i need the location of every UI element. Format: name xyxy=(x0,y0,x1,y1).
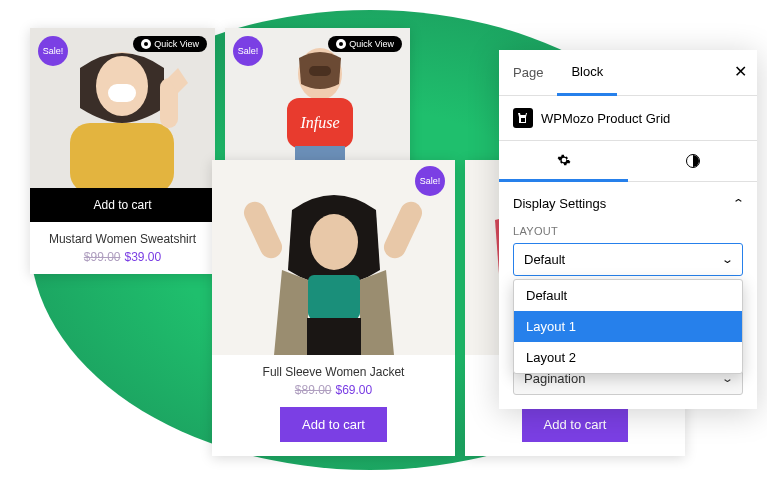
eye-icon xyxy=(336,39,346,49)
sale-badge: Sale! xyxy=(415,166,445,196)
block-settings-panel: Page Block ✕ WPMozo Product Grid Display… xyxy=(499,50,757,409)
product-card[interactable]: Sale! Full Sleeve Women Jacket $89.00$69… xyxy=(212,160,455,456)
dropdown-option-layout1[interactable]: Layout 1 xyxy=(514,311,742,342)
svg-rect-16 xyxy=(308,275,360,319)
panel-subtabs xyxy=(499,141,757,182)
layout-dropdown: Default Layout 1 Layout 2 xyxy=(513,279,743,374)
svg-rect-5 xyxy=(70,123,174,188)
product-image: Sale! Quick View xyxy=(30,28,215,188)
svg-rect-19 xyxy=(307,318,361,355)
chevron-down-icon xyxy=(723,253,732,266)
block-icon xyxy=(513,108,533,128)
dropdown-option-layout2[interactable]: Layout 2 xyxy=(514,342,742,373)
price-new: $39.00 xyxy=(125,250,162,264)
sale-badge: Sale! xyxy=(38,36,68,66)
chevron-up-icon xyxy=(734,197,743,210)
product-price: $99.00$39.00 xyxy=(30,250,215,274)
product-image: Sale! xyxy=(212,160,455,355)
add-to-cart-bar[interactable]: Add to cart xyxy=(30,188,215,222)
price-old: $99.00 xyxy=(84,250,121,264)
add-to-cart-button[interactable]: Add to cart xyxy=(522,407,629,442)
svg-rect-4 xyxy=(108,84,136,102)
section-display-settings[interactable]: Display Settings xyxy=(499,182,757,225)
svg-point-15 xyxy=(310,214,358,270)
dropdown-option-default[interactable]: Default xyxy=(514,280,742,311)
close-icon[interactable]: ✕ xyxy=(734,62,747,81)
product-title: Mustard Women Sweatshirt xyxy=(30,222,215,250)
quick-view-button[interactable]: Quick View xyxy=(133,36,207,52)
sale-badge: Sale! xyxy=(233,36,263,66)
svg-text:Infuse: Infuse xyxy=(299,114,339,132)
product-price: $89.00$69.00 xyxy=(212,383,455,407)
contrast-icon xyxy=(686,154,700,168)
panel-tabs: Page Block ✕ xyxy=(499,50,757,96)
layout-label: LAYOUT xyxy=(499,225,757,243)
tab-page[interactable]: Page xyxy=(499,51,557,94)
block-header: WPMozo Product Grid xyxy=(499,96,757,141)
add-to-cart-button[interactable]: Add to cart xyxy=(280,407,387,442)
price-old: $89.00 xyxy=(295,383,332,397)
section-title: Display Settings xyxy=(513,196,606,211)
quick-view-button[interactable]: Quick View xyxy=(328,36,402,52)
subtab-styles[interactable] xyxy=(628,141,757,181)
price-new: $69.00 xyxy=(336,383,373,397)
product-card[interactable]: Sale! Quick View Add to cart Mustard Wom… xyxy=(30,28,215,274)
subtab-settings[interactable] xyxy=(499,141,628,182)
eye-icon xyxy=(141,39,151,49)
svg-rect-9 xyxy=(309,66,331,76)
gear-icon xyxy=(557,153,571,167)
tab-block[interactable]: Block xyxy=(557,50,617,96)
select-value: Default xyxy=(524,252,565,267)
layout-select[interactable]: Default xyxy=(513,243,743,276)
block-title: WPMozo Product Grid xyxy=(541,111,670,126)
product-title: Full Sleeve Women Jacket xyxy=(212,355,455,383)
